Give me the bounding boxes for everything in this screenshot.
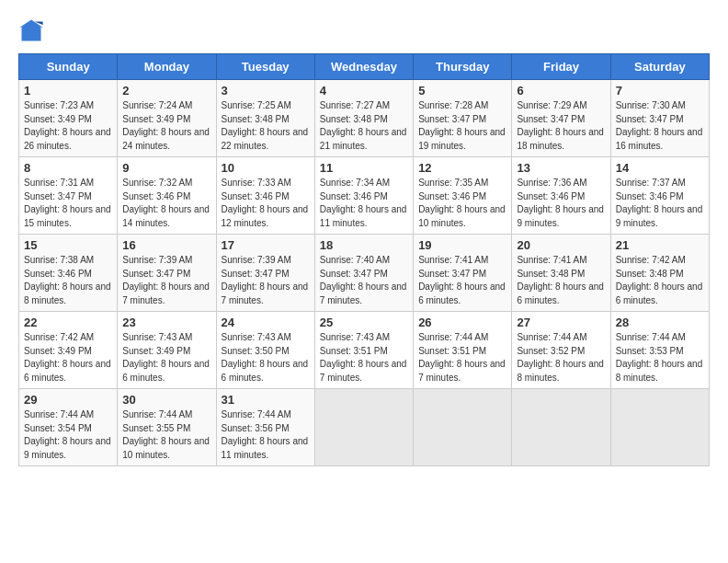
day-info: Sunrise: 7:43 AMSunset: 3:51 PMDaylight:… — [320, 332, 407, 383]
calendar-cell: 11Sunrise: 7:34 AMSunset: 3:46 PMDayligh… — [314, 157, 413, 235]
day-number: 12 — [418, 161, 506, 175]
calendar-cell: 18Sunrise: 7:40 AMSunset: 3:47 PMDayligh… — [314, 235, 413, 312]
weekday-cell: Sunday — [19, 54, 118, 80]
calendar-cell: 7Sunrise: 7:30 AMSunset: 3:47 PMDaylight… — [610, 80, 709, 157]
day-number: 4 — [320, 84, 408, 98]
day-info: Sunrise: 7:31 AMSunset: 3:47 PMDaylight:… — [24, 178, 111, 228]
calendar-cell: 24Sunrise: 7:43 AMSunset: 3:50 PMDayligh… — [216, 312, 314, 389]
calendar-cell — [314, 389, 413, 466]
weekday-cell: Thursday — [414, 54, 512, 80]
calendar-cell: 6Sunrise: 7:29 AMSunset: 3:47 PMDaylight… — [512, 80, 610, 157]
calendar-cell: 19Sunrise: 7:41 AMSunset: 3:47 PMDayligh… — [414, 235, 512, 312]
day-number: 18 — [320, 238, 408, 252]
calendar-cell: 3Sunrise: 7:25 AMSunset: 3:48 PMDaylight… — [216, 80, 314, 157]
day-number: 30 — [122, 393, 210, 407]
calendar-cell: 22Sunrise: 7:42 AMSunset: 3:49 PMDayligh… — [19, 312, 118, 389]
day-number: 19 — [418, 238, 506, 252]
day-info: Sunrise: 7:42 AMSunset: 3:48 PMDaylight:… — [616, 255, 703, 305]
day-number: 14 — [616, 161, 704, 175]
calendar-row: 1Sunrise: 7:23 AMSunset: 3:49 PMDaylight… — [19, 80, 710, 157]
day-info: Sunrise: 7:44 AMSunset: 3:55 PMDaylight:… — [122, 409, 210, 460]
day-info: Sunrise: 7:33 AMSunset: 3:46 PMDaylight:… — [222, 178, 309, 228]
weekday-header: SundayMondayTuesdayWednesdayThursdayFrid… — [19, 54, 710, 80]
day-info: Sunrise: 7:23 AMSunset: 3:49 PMDaylight:… — [24, 100, 111, 151]
day-number: 1 — [24, 84, 112, 98]
day-number: 3 — [222, 84, 310, 98]
calendar-cell: 12Sunrise: 7:35 AMSunset: 3:46 PMDayligh… — [414, 157, 512, 235]
calendar-cell: 8Sunrise: 7:31 AMSunset: 3:47 PMDaylight… — [19, 157, 118, 235]
day-info: Sunrise: 7:44 AMSunset: 3:52 PMDaylight:… — [517, 332, 604, 383]
day-info: Sunrise: 7:39 AMSunset: 3:47 PMDaylight:… — [122, 255, 210, 305]
calendar-body: 1Sunrise: 7:23 AMSunset: 3:49 PMDaylight… — [19, 80, 710, 466]
day-number: 9 — [122, 161, 210, 175]
calendar-cell: 4Sunrise: 7:27 AMSunset: 3:48 PMDaylight… — [314, 80, 413, 157]
calendar-cell: 30Sunrise: 7:44 AMSunset: 3:55 PMDayligh… — [118, 389, 216, 466]
calendar-row: 8Sunrise: 7:31 AMSunset: 3:47 PMDaylight… — [19, 157, 710, 235]
calendar-cell: 16Sunrise: 7:39 AMSunset: 3:47 PMDayligh… — [118, 235, 216, 312]
day-info: Sunrise: 7:34 AMSunset: 3:46 PMDaylight:… — [320, 178, 407, 228]
weekday-cell: Tuesday — [216, 54, 314, 80]
day-number: 17 — [222, 238, 310, 252]
day-info: Sunrise: 7:43 AMSunset: 3:50 PMDaylight:… — [222, 332, 309, 383]
calendar-cell: 26Sunrise: 7:44 AMSunset: 3:51 PMDayligh… — [414, 312, 512, 389]
weekday-cell: Saturday — [610, 54, 709, 80]
calendar-cell — [610, 389, 709, 466]
day-number: 6 — [517, 84, 605, 98]
day-info: Sunrise: 7:37 AMSunset: 3:46 PMDaylight:… — [616, 178, 703, 228]
day-info: Sunrise: 7:32 AMSunset: 3:46 PMDaylight:… — [122, 178, 210, 228]
calendar: SundayMondayTuesdayWednesdayThursdayFrid… — [18, 53, 710, 466]
calendar-cell — [512, 389, 610, 466]
day-number: 21 — [616, 238, 704, 252]
calendar-cell: 14Sunrise: 7:37 AMSunset: 3:46 PMDayligh… — [610, 157, 709, 235]
calendar-cell: 28Sunrise: 7:44 AMSunset: 3:53 PMDayligh… — [610, 312, 709, 389]
day-info: Sunrise: 7:29 AMSunset: 3:47 PMDaylight:… — [517, 100, 604, 151]
calendar-cell: 13Sunrise: 7:36 AMSunset: 3:46 PMDayligh… — [512, 157, 610, 235]
calendar-cell — [414, 389, 512, 466]
calendar-cell: 20Sunrise: 7:41 AMSunset: 3:48 PMDayligh… — [512, 235, 610, 312]
day-info: Sunrise: 7:27 AMSunset: 3:48 PMDaylight:… — [320, 100, 407, 151]
day-number: 26 — [418, 316, 506, 329]
day-info: Sunrise: 7:44 AMSunset: 3:51 PMDaylight:… — [418, 332, 506, 383]
calendar-cell: 31Sunrise: 7:44 AMSunset: 3:56 PMDayligh… — [216, 389, 314, 466]
day-number: 2 — [122, 84, 210, 98]
day-info: Sunrise: 7:39 AMSunset: 3:47 PMDaylight:… — [222, 255, 309, 305]
day-number: 11 — [320, 161, 408, 175]
day-info: Sunrise: 7:41 AMSunset: 3:48 PMDaylight:… — [517, 255, 604, 305]
day-number: 5 — [418, 84, 506, 98]
day-number: 7 — [616, 84, 704, 98]
calendar-cell: 25Sunrise: 7:43 AMSunset: 3:51 PMDayligh… — [314, 312, 413, 389]
day-number: 13 — [517, 161, 605, 175]
calendar-cell: 27Sunrise: 7:44 AMSunset: 3:52 PMDayligh… — [512, 312, 610, 389]
logo — [18, 18, 46, 44]
calendar-row: 29Sunrise: 7:44 AMSunset: 3:54 PMDayligh… — [19, 389, 710, 466]
day-number: 22 — [24, 316, 112, 329]
day-number: 31 — [222, 393, 310, 407]
calendar-cell: 23Sunrise: 7:43 AMSunset: 3:49 PMDayligh… — [118, 312, 216, 389]
calendar-row: 22Sunrise: 7:42 AMSunset: 3:49 PMDayligh… — [19, 312, 710, 389]
day-number: 25 — [320, 316, 408, 329]
calendar-cell: 5Sunrise: 7:28 AMSunset: 3:47 PMDaylight… — [414, 80, 512, 157]
day-number: 8 — [24, 161, 112, 175]
day-info: Sunrise: 7:44 AMSunset: 3:54 PMDaylight:… — [24, 409, 111, 460]
day-info: Sunrise: 7:25 AMSunset: 3:48 PMDaylight:… — [222, 100, 309, 151]
day-info: Sunrise: 7:28 AMSunset: 3:47 PMDaylight:… — [418, 100, 506, 151]
logo-icon — [18, 18, 44, 44]
weekday-cell: Monday — [118, 54, 216, 80]
day-number: 10 — [222, 161, 310, 175]
calendar-row: 15Sunrise: 7:38 AMSunset: 3:46 PMDayligh… — [19, 235, 710, 312]
calendar-cell: 1Sunrise: 7:23 AMSunset: 3:49 PMDaylight… — [19, 80, 118, 157]
calendar-cell: 15Sunrise: 7:38 AMSunset: 3:46 PMDayligh… — [19, 235, 118, 312]
weekday-cell: Wednesday — [314, 54, 413, 80]
day-number: 24 — [222, 316, 310, 329]
calendar-cell: 17Sunrise: 7:39 AMSunset: 3:47 PMDayligh… — [216, 235, 314, 312]
day-info: Sunrise: 7:42 AMSunset: 3:49 PMDaylight:… — [24, 332, 111, 383]
day-number: 29 — [24, 393, 112, 407]
calendar-cell: 9Sunrise: 7:32 AMSunset: 3:46 PMDaylight… — [118, 157, 216, 235]
day-info: Sunrise: 7:43 AMSunset: 3:49 PMDaylight:… — [122, 332, 210, 383]
day-info: Sunrise: 7:44 AMSunset: 3:53 PMDaylight:… — [616, 332, 703, 383]
day-info: Sunrise: 7:44 AMSunset: 3:56 PMDaylight:… — [222, 409, 309, 460]
page-header — [18, 18, 710, 44]
day-info: Sunrise: 7:41 AMSunset: 3:47 PMDaylight:… — [418, 255, 506, 305]
weekday-cell: Friday — [512, 54, 610, 80]
day-number: 28 — [616, 316, 704, 329]
